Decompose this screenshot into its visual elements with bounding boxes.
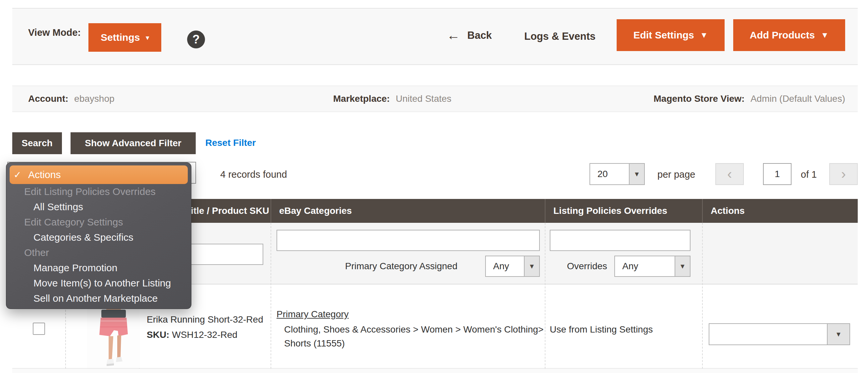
overrides-select-value: Any bbox=[615, 256, 675, 276]
previous-page-button[interactable]: ‹ bbox=[715, 163, 744, 185]
dropdown-group-edit-listing-policies: Edit Listing Policies Overrides bbox=[10, 184, 188, 199]
dropdown-item-manage-promotion[interactable]: Manage Promotion bbox=[10, 260, 188, 276]
back-label: Back bbox=[467, 29, 492, 41]
overrides-select[interactable]: Any ▼ bbox=[614, 256, 690, 277]
row-checkbox[interactable] bbox=[33, 323, 45, 335]
logs-events-button[interactable]: Logs & Events bbox=[524, 30, 595, 42]
chevron-down-icon: ▼ bbox=[675, 256, 690, 276]
header-listing-policies-overrides[interactable]: Listing Policies Overrides bbox=[545, 199, 702, 223]
product-title-text: Erika Running Short-32-Red bbox=[147, 314, 263, 325]
add-products-button[interactable]: Add Products ▼ bbox=[733, 19, 845, 51]
sku-label: SKU: bbox=[147, 329, 169, 340]
category-path-line2: Shorts (11555) bbox=[284, 338, 345, 349]
edit-settings-label: Edit Settings bbox=[633, 29, 694, 41]
product-sku-line: SKU: WSH12-32-Red bbox=[147, 329, 238, 340]
search-button[interactable]: Search bbox=[12, 132, 62, 154]
back-button[interactable]: ← Back bbox=[447, 28, 492, 43]
header-ebay-categories[interactable]: eBay Categories bbox=[271, 199, 545, 223]
header-actions: Actions bbox=[702, 199, 858, 223]
reset-filter-link[interactable]: Reset Filter bbox=[205, 138, 256, 148]
primary-category-assigned-select[interactable]: Any ▼ bbox=[485, 256, 540, 277]
primary-category-assigned-label: Primary Category Assigned bbox=[345, 261, 457, 271]
help-icon[interactable]: ? bbox=[187, 30, 205, 49]
next-row-sliver bbox=[12, 369, 858, 373]
account-info-bar: Account: ebayshop Marketplace: United St… bbox=[12, 86, 858, 112]
column-divider bbox=[702, 223, 703, 369]
chevron-down-icon: ▼ bbox=[524, 256, 539, 276]
sku-value: WSH12-32-Red bbox=[172, 329, 238, 340]
primary-category-assigned-value: Any bbox=[486, 256, 524, 276]
page-number-input[interactable] bbox=[763, 163, 792, 185]
top-toolbar: View Mode: Settings ▾ ? ← Back Logs & Ev… bbox=[12, 8, 858, 65]
dropdown-item-actions[interactable]: ✓ Actions bbox=[10, 166, 188, 184]
dropdown-item-sell-another-marketplace[interactable]: Sell on Another Marketplace bbox=[10, 291, 188, 306]
records-found-text: 4 records found bbox=[220, 169, 287, 180]
next-page-button[interactable]: › bbox=[829, 163, 858, 185]
page: View Mode: Settings ▾ ? ← Back Logs & Ev… bbox=[0, 0, 868, 373]
view-mode-label: View Mode: bbox=[28, 27, 81, 38]
primary-category-link[interactable]: Primary Category bbox=[277, 309, 349, 320]
view-mode-settings-button[interactable]: Settings ▾ bbox=[88, 23, 161, 52]
chevron-down-icon: ▼ bbox=[700, 30, 708, 40]
marketplace-value: United States bbox=[396, 93, 452, 104]
edit-settings-button[interactable]: Edit Settings ▼ bbox=[617, 19, 724, 51]
store-view-info: Magento Store View: Admin (Default Value… bbox=[654, 93, 845, 104]
marketplace-info: Marketplace: United States bbox=[333, 93, 452, 104]
ebay-categories-filter-input[interactable] bbox=[277, 230, 540, 251]
chevron-down-icon: ▼ bbox=[827, 324, 849, 344]
store-view-value: Admin (Default Values) bbox=[750, 93, 845, 104]
store-view-label: Magento Store View: bbox=[654, 93, 745, 104]
back-arrow-icon: ← bbox=[447, 28, 460, 43]
check-icon: ✓ bbox=[13, 169, 24, 180]
dropdown-item-all-settings[interactable]: All Settings bbox=[10, 199, 188, 214]
overrides-filter-input[interactable] bbox=[550, 230, 690, 251]
account-value: ebayshop bbox=[74, 93, 114, 104]
dropdown-selected-label: Actions bbox=[28, 169, 61, 180]
column-divider bbox=[271, 223, 271, 369]
category-path-line1: Clothing, Shoes & Accessories > Women > … bbox=[284, 324, 544, 335]
row-actions-select[interactable]: ▼ bbox=[709, 323, 850, 345]
column-divider bbox=[545, 223, 546, 369]
dropdown-item-move-items[interactable]: Move Item(s) to Another Listing bbox=[10, 276, 188, 291]
dropdown-group-other: Other bbox=[10, 245, 188, 260]
overrides-cell-text: Use from Listing Settings bbox=[550, 324, 653, 335]
settings-button-label: Settings bbox=[101, 32, 140, 43]
show-advanced-filter-button[interactable]: Show Advanced Filter bbox=[70, 132, 196, 154]
dropdown-item-categories-specifics[interactable]: Categories & Specifics bbox=[10, 230, 188, 245]
marketplace-label: Marketplace: bbox=[333, 93, 390, 104]
dropdown-group-edit-category-settings: Edit Category Settings bbox=[10, 214, 188, 230]
page-of-label: of 1 bbox=[801, 169, 817, 180]
per-page-select[interactable]: 20 ▼ bbox=[589, 163, 645, 185]
chevron-down-icon: ▼ bbox=[820, 30, 829, 40]
account-info: Account: ebayshop bbox=[28, 93, 115, 104]
actions-dropdown-menu: ✓ Actions Edit Listing Policies Override… bbox=[6, 163, 191, 309]
account-label: Account: bbox=[28, 93, 68, 104]
per-page-value: 20 bbox=[590, 164, 629, 184]
chevron-down-icon: ▼ bbox=[629, 164, 644, 184]
add-products-label: Add Products bbox=[750, 29, 815, 41]
row-actions-select-value bbox=[709, 324, 827, 344]
overrides-label: Overrides bbox=[567, 261, 607, 271]
chevron-down-icon: ▾ bbox=[146, 34, 149, 41]
per-page-label: per page bbox=[657, 169, 695, 180]
